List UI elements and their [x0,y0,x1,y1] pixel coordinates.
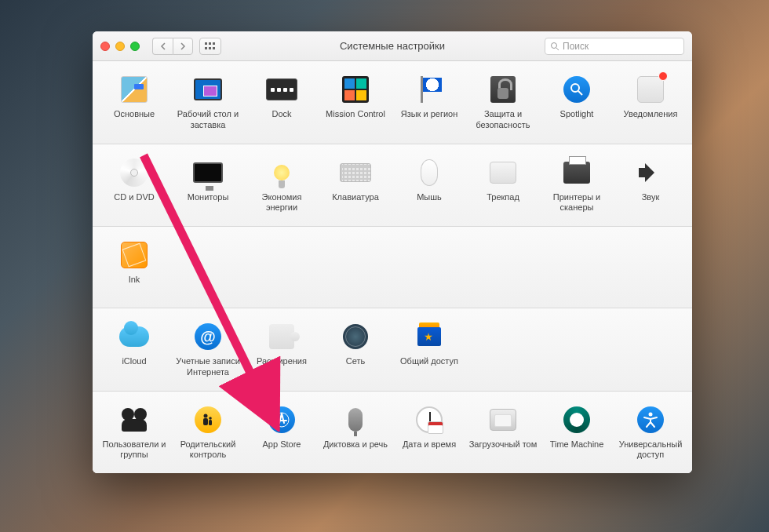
dock-pane[interactable]: Dock [245,72,319,136]
parental-icon [195,406,221,433]
speaker-icon [639,161,662,184]
row-hardware-1: CD и DVD Мониторы Экономия энергии Клави… [93,144,692,228]
show-all-button[interactable] [199,38,221,55]
svg-point-10 [204,414,208,417]
window-controls [100,42,140,51]
svg-point-15 [649,412,653,416]
spotlight-icon [563,76,590,103]
clock-calendar-icon [416,406,443,433]
general-pane[interactable]: Основные [97,72,171,136]
lock-icon [490,76,516,103]
icloud-pane[interactable]: iCloud [97,319,171,383]
svg-line-7 [556,48,559,50]
internet-accounts-pane[interactable]: @Учетные записи Интернета [171,319,245,383]
general-icon [121,76,148,103]
keyboard-icon [340,163,371,182]
svg-line-9 [578,91,582,95]
accessibility-pane[interactable]: Универсальный доступ [614,403,687,466]
svg-point-11 [209,417,212,420]
row-system: Пользователи и группы Родительский контр… [93,392,692,474]
cloud-icon [119,326,149,347]
back-button[interactable] [152,38,173,55]
sound-pane[interactable]: Звук [614,155,687,219]
svg-rect-13 [209,420,212,425]
row-hardware-2: Ink [93,227,692,308]
svg-rect-3 [205,47,207,49]
printer-icon [563,162,590,184]
notification-badge-icon [658,71,668,81]
svg-rect-1 [209,42,211,45]
parental-controls-pane[interactable]: Родительский контроль [171,403,245,466]
ink-pane[interactable]: Ink [97,238,171,300]
bulb-icon [274,165,290,180]
users-groups-pane[interactable]: Пользователи и группы [97,403,171,466]
language-region-pane[interactable]: Язык и регион [392,72,466,136]
trackpad-icon [490,162,516,184]
mouse-icon [421,159,438,186]
date-time-pane[interactable]: Дата и время [392,403,466,466]
cddvd-pane[interactable]: CD и DVD [97,155,171,219]
flag-icon [419,76,439,103]
display-icon [193,162,223,183]
globe-icon [343,324,368,349]
displays-pane[interactable]: Мониторы [171,155,245,219]
notifications-pane[interactable]: Уведомления [614,72,687,136]
system-preferences-window: Системные настройки Поиск Основные Рабоч… [93,31,692,473]
microphone-icon [348,408,363,432]
energy-pane[interactable]: Экономия энергии [245,155,319,219]
svg-point-6 [552,42,557,48]
at-icon: @ [195,323,221,350]
puzzle-icon [269,324,294,349]
zoom-button[interactable] [130,42,140,51]
trackpad-pane[interactable]: Трекпад [466,155,540,219]
time-machine-icon [563,406,590,433]
network-pane[interactable]: Сеть [319,319,392,383]
time-machine-pane[interactable]: Time Machine [540,403,614,466]
search-icon [550,42,559,51]
sharing-pane[interactable]: Общий доступ [392,319,466,383]
accessibility-icon [637,406,664,433]
startup-disk-pane[interactable]: Загрузочный том [466,403,540,466]
close-button[interactable] [100,42,110,51]
forward-button[interactable] [173,38,193,55]
security-pane[interactable]: Защита и безопасность [466,72,540,136]
svg-point-8 [571,84,579,92]
users-icon [120,408,148,432]
app-store-icon [268,406,295,433]
keyboard-pane[interactable]: Клавиатура [319,155,392,219]
extensions-pane[interactable]: Расширения [245,319,319,383]
mouse-pane[interactable]: Мышь [392,155,466,219]
dock-icon [266,78,297,100]
mission-control-icon [342,76,369,103]
dictation-pane[interactable]: Диктовка и речь [319,403,392,466]
svg-rect-2 [213,42,215,45]
svg-rect-12 [203,418,208,425]
svg-rect-4 [209,47,211,49]
search-field[interactable]: Поиск [545,38,684,55]
cd-icon [120,159,148,187]
desktop-pane[interactable]: Рабочий стол и заставка [171,72,245,136]
disk-icon [490,409,516,431]
row-internet: iCloud @Учетные записи Интернета Расшире… [93,308,692,392]
search-placeholder: Поиск [563,41,589,52]
app-store-pane[interactable]: App Store [245,403,319,466]
desktop-icon [194,78,222,100]
folder-share-icon [417,327,441,346]
printers-pane[interactable]: Принтеры и сканеры [540,155,614,219]
svg-rect-0 [205,42,207,45]
nav-buttons [152,38,193,55]
toolbar: Системные настройки Поиск [93,31,692,61]
row-personal: Основные Рабочий стол и заставка Dock Mi… [93,61,692,144]
svg-rect-5 [213,47,215,49]
spotlight-pane[interactable]: Spotlight [540,72,614,136]
mission-control-pane[interactable]: Mission Control [319,72,392,136]
ink-icon [121,242,148,268]
minimize-button[interactable] [115,42,125,51]
pref-panes: Основные Рабочий стол и заставка Dock Mi… [93,61,692,473]
